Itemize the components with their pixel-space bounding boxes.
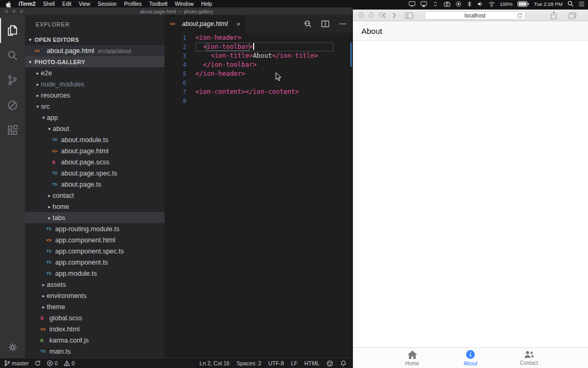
forward-button[interactable] xyxy=(392,10,396,21)
code-line-1[interactable]: 1<ion-header> xyxy=(165,33,353,42)
split-editor-icon[interactable] xyxy=(321,19,330,29)
code-line-5[interactable]: 5</ion-header> xyxy=(165,69,353,78)
folder-item-e2e[interactable]: ▸e2e xyxy=(25,67,165,78)
volume-icon[interactable] xyxy=(477,1,483,7)
tab-overview-icon[interactable] xyxy=(568,10,576,21)
open-editors-header[interactable]: ▾ OPEN EDITORS xyxy=(25,34,165,45)
search-icon[interactable] xyxy=(0,43,25,68)
file-item-main.ts[interactable]: TSmain.ts xyxy=(25,346,165,357)
folder-item-tabs[interactable]: ▸tabs xyxy=(25,212,165,223)
code-line-8[interactable]: 8 xyxy=(165,97,353,106)
folder-item-home[interactable]: ▸home xyxy=(25,201,165,212)
code-line-7[interactable]: 7<ion-content></ion-content> xyxy=(165,87,353,97)
code-line-2[interactable]: 2 <ion-toolbar> xyxy=(165,42,353,51)
folder-item-assets[interactable]: ▸assets xyxy=(25,279,165,290)
menubar-clock[interactable]: Tue 2:28 PM xyxy=(534,1,563,7)
battery-icon[interactable] xyxy=(517,1,529,7)
open-editor-item[interactable]: <> about.page.html src/app/about xyxy=(25,45,165,56)
indentation[interactable]: Spaces: 2 xyxy=(237,360,262,366)
file-item-app.component.spec.ts[interactable]: TSapp.component.spec.ts xyxy=(25,246,165,257)
file-item-about.page.scss[interactable]: Sabout.page.scss xyxy=(25,156,165,168)
error-count[interactable]: 0 xyxy=(47,360,58,366)
tab-contact[interactable]: Contact xyxy=(511,348,548,368)
folder-item-src[interactable]: ▾src xyxy=(25,101,165,112)
menu-help[interactable]: Help xyxy=(201,1,212,7)
share-icon[interactable] xyxy=(550,10,557,21)
feedback[interactable] xyxy=(326,360,333,367)
code-line-3[interactable]: 3 <ion-title>About</ion-title> xyxy=(165,51,353,60)
menu-session[interactable]: Session xyxy=(98,1,117,7)
file-item-about.page.ts[interactable]: TSabout.page.ts xyxy=(25,179,165,190)
address-bar[interactable]: localhost xyxy=(425,11,525,20)
close-window-button[interactable] xyxy=(358,12,364,18)
language-mode[interactable]: HTML xyxy=(304,360,319,366)
apple-icon[interactable] xyxy=(5,1,11,7)
settings-gear-icon[interactable] xyxy=(0,342,25,353)
camera-icon[interactable] xyxy=(444,1,451,7)
open-preview-icon[interactable] xyxy=(303,19,313,29)
file-item-about.page.html[interactable]: <>about.page.html xyxy=(25,145,165,156)
file-item-app-routing.module.ts[interactable]: TSapp-routing.module.ts xyxy=(25,223,165,234)
explorer-icon[interactable] xyxy=(0,18,25,43)
cursor-position[interactable]: Ln 2, Col 16 xyxy=(200,360,230,366)
code-editor[interactable]: 1<ion-header>2 <ion-toolbar>3 <ion-title… xyxy=(165,33,353,358)
eol[interactable]: LF xyxy=(291,360,297,366)
more-actions-icon[interactable] xyxy=(338,19,348,29)
menu-view[interactable]: View xyxy=(79,1,91,7)
menu-window[interactable]: Window xyxy=(175,1,194,7)
folder-item-app[interactable]: ▾app xyxy=(25,112,165,123)
folder-item-node_modules[interactable]: ▸node_modules xyxy=(25,78,165,90)
zoom-window-button[interactable] xyxy=(20,10,23,13)
file-item-app.module.ts[interactable]: TSapp.module.ts xyxy=(25,268,165,279)
menu-shell[interactable]: Shell xyxy=(43,1,55,7)
folder-item-theme[interactable]: ▸theme xyxy=(25,301,165,312)
close-window-button[interactable] xyxy=(5,10,8,13)
folder-item-about[interactable]: ▾about xyxy=(25,123,165,134)
screen-mirroring-icon[interactable] xyxy=(420,1,427,7)
code-line-4[interactable]: 4 </ion-toolbar> xyxy=(165,60,353,69)
warning-count[interactable]: 0 xyxy=(64,360,75,366)
sync-changes[interactable] xyxy=(34,360,41,366)
folder-item-environments[interactable]: ▸environments xyxy=(25,290,165,301)
extensions-icon[interactable] xyxy=(0,118,25,143)
file-item-app.component.html[interactable]: <>app.component.html xyxy=(25,234,165,246)
tab-about[interactable]: About xyxy=(452,348,489,368)
debug-icon[interactable] xyxy=(0,93,25,118)
file-item-global.scss[interactable]: Sglobal.scss xyxy=(25,312,165,323)
sidebar-toggle-icon[interactable] xyxy=(405,10,413,21)
menu-toolbelt[interactable]: Toolbelt xyxy=(149,1,167,7)
file-item-about.page.spec.ts[interactable]: TSabout.page.spec.ts xyxy=(25,168,165,179)
minimize-window-button[interactable] xyxy=(368,12,374,18)
file-item-app.component.ts[interactable]: TSapp.component.ts xyxy=(25,257,165,268)
menu-edit[interactable]: Edit xyxy=(62,1,71,7)
folder-item-contact[interactable]: ▸contact xyxy=(25,190,165,201)
spotlight-icon[interactable] xyxy=(567,1,574,7)
line-number: 7 xyxy=(165,87,195,97)
encoding[interactable]: UTF-8 xyxy=(268,360,284,366)
reload-icon[interactable] xyxy=(517,13,523,19)
tab-home[interactable]: Home xyxy=(394,348,431,368)
display-icon[interactable] xyxy=(409,1,416,7)
wifi-icon[interactable] xyxy=(488,1,495,7)
notification-center-icon[interactable] xyxy=(578,1,585,7)
close-tab-icon[interactable]: × xyxy=(236,21,240,28)
menu-iterm2[interactable]: iTerm2 xyxy=(19,1,36,7)
updown-arrows-icon[interactable] xyxy=(432,1,439,7)
file-item-index.html[interactable]: <>index.html xyxy=(25,323,165,335)
notifications[interactable] xyxy=(340,360,347,367)
code-line-6[interactable]: 6 xyxy=(165,78,353,87)
menu-profiles[interactable]: Profiles xyxy=(124,1,142,7)
project-header[interactable]: ▾ PHOTO-GALLERY xyxy=(25,56,165,67)
back-button[interactable] xyxy=(382,10,387,21)
vscode-titlebar[interactable]: about.page.html — photo-gallery xyxy=(0,7,353,15)
file-item-karma.conf.js[interactable]: Kkarma.conf.js xyxy=(25,335,165,346)
source-control-icon[interactable] xyxy=(0,68,25,93)
file-item-about.module.ts[interactable]: TSabout.module.ts xyxy=(25,134,165,145)
record-icon[interactable] xyxy=(455,1,462,7)
editor-tab-about-page-html[interactable]: <> about.page.html × xyxy=(165,15,246,33)
folder-item-resources[interactable]: ▸resources xyxy=(25,90,165,101)
minimize-window-button[interactable] xyxy=(12,10,16,13)
safari-toolbar[interactable]: localhost xyxy=(353,10,588,21)
bluetooth-icon[interactable] xyxy=(466,1,472,7)
branch-indicator[interactable]: master xyxy=(4,360,29,366)
